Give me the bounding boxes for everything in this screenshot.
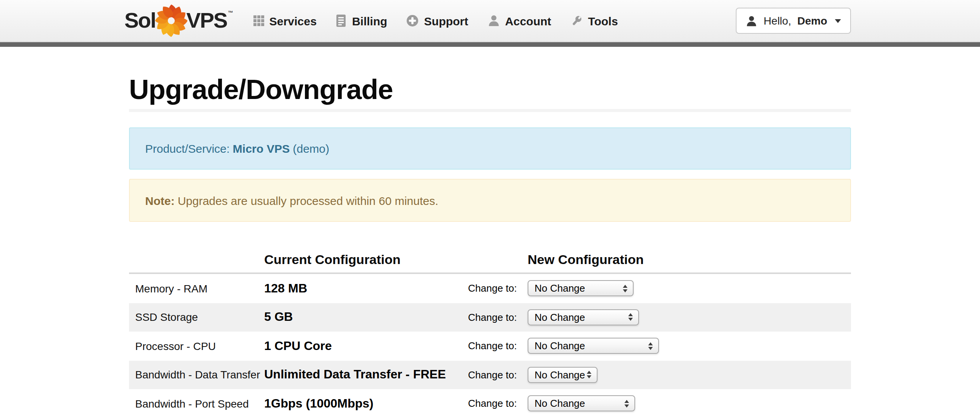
- brand-name-suffix: VPS: [186, 10, 227, 31]
- row-label: Processor - CPU: [129, 340, 264, 352]
- selected-option: No Change: [528, 283, 585, 294]
- select-stepper-icon: [628, 310, 633, 325]
- trademark-symbol: ™: [228, 10, 233, 15]
- circle-plus-icon: [406, 15, 419, 27]
- table-row-cpu: Processor - CPU 1 CPU Core Change to: No…: [129, 332, 851, 360]
- nav-label: Billing: [352, 14, 387, 27]
- change-to-label: Change to:: [459, 398, 517, 409]
- table-row-port-speed: Bandwidth - Port Speed 1Gbps (1000Mbps) …: [129, 389, 851, 416]
- nav-item-account[interactable]: Account: [487, 14, 551, 27]
- select-stepper-icon: [623, 281, 627, 296]
- table-row-data-transfer: Bandwidth - Data Transfer Unlimited Data…: [129, 360, 851, 389]
- select-stepper-icon: [587, 368, 591, 382]
- sun-icon: [153, 3, 189, 38]
- nav-item-tools[interactable]: Tools: [570, 14, 618, 27]
- selected-option: No Change: [528, 398, 585, 409]
- page: Sol VPS ™ Services: [0, 0, 980, 416]
- new-configuration-header: New Configuration: [528, 253, 644, 267]
- config-table-body: Memory - RAM 128 MB Change to: No Change…: [129, 274, 851, 416]
- product-service-banner: Product/Service: Micro VPS (demo): [129, 127, 851, 170]
- username: Demo: [797, 15, 827, 27]
- upgrade-note-banner: Note: Upgrades are usually processed wit…: [129, 179, 851, 222]
- current-value: 1Gbps (1000Mbps): [264, 397, 459, 411]
- note-label: Note:: [145, 194, 175, 207]
- nav-label: Account: [505, 14, 551, 27]
- nav-item-services[interactable]: Services: [253, 14, 316, 27]
- header-divider-bar: [0, 42, 980, 47]
- row-label: Bandwidth - Port Speed: [129, 398, 264, 410]
- product-name: Micro VPS: [233, 142, 290, 155]
- change-to-label: Change to:: [459, 283, 517, 294]
- row-label: SSD Storage: [129, 311, 264, 324]
- row-label: Memory - RAM: [129, 282, 264, 295]
- brand-name-prefix: Sol: [124, 10, 156, 31]
- top-navigation-bar: Sol VPS ™ Services: [0, 0, 980, 42]
- product-demo-suffix: (demo): [293, 142, 329, 155]
- greeting-text: Hello,: [764, 15, 791, 27]
- title-divider: [129, 109, 851, 112]
- note-text: Upgrades are usually processed within 60…: [178, 194, 439, 207]
- user-icon: [746, 15, 758, 26]
- select-stepper-icon: [624, 396, 629, 411]
- data-transfer-change-select[interactable]: No Change: [528, 367, 598, 383]
- current-value: 1 CPU Core: [264, 339, 459, 353]
- wrench-icon: [570, 15, 583, 27]
- change-to-label: Change to:: [459, 312, 517, 323]
- selected-option: No Change: [528, 369, 585, 381]
- selected-option: No Change: [528, 340, 585, 352]
- change-to-label: Change to:: [459, 369, 517, 381]
- user-icon: [487, 15, 500, 27]
- storage-change-select[interactable]: No Change: [528, 309, 639, 325]
- select-stepper-icon: [648, 339, 653, 353]
- selected-option: No Change: [528, 312, 585, 323]
- nav-item-billing[interactable]: Billing: [336, 14, 387, 27]
- nav-label: Tools: [588, 14, 618, 27]
- current-configuration-header: Current Configuration: [264, 253, 528, 267]
- row-label: Bandwidth - Data Transfer: [129, 369, 264, 381]
- chevron-down-icon: [835, 19, 841, 23]
- current-value: 5 GB: [264, 310, 459, 324]
- invoice-icon: [336, 15, 347, 27]
- grid-icon: [253, 15, 264, 26]
- product-service-label: Product/Service:: [145, 142, 230, 155]
- table-row-storage: SSD Storage 5 GB Change to: No Change: [129, 303, 851, 332]
- config-table-header: Current Configuration New Configuration: [129, 253, 851, 274]
- brand-logo[interactable]: Sol VPS ™: [124, 3, 233, 38]
- port-speed-change-select[interactable]: No Change: [528, 396, 635, 412]
- nav-label: Support: [424, 14, 468, 27]
- main-nav: Services Billing: [253, 14, 618, 27]
- nav-item-support[interactable]: Support: [406, 14, 468, 27]
- nav-label: Services: [269, 14, 316, 27]
- current-value: Unlimited Data Transfer - FREE: [264, 368, 459, 382]
- change-to-label: Change to:: [459, 340, 517, 352]
- cpu-change-select[interactable]: No Change: [528, 338, 659, 354]
- user-menu-button[interactable]: Hello, Demo: [736, 8, 851, 34]
- memory-change-select[interactable]: No Change: [528, 281, 634, 297]
- table-row-memory: Memory - RAM 128 MB Change to: No Change: [129, 274, 851, 303]
- page-title: Upgrade/Downgrade: [129, 76, 851, 104]
- main-content: Upgrade/Downgrade Product/Service: Micro…: [129, 76, 851, 416]
- current-value: 128 MB: [264, 282, 459, 295]
